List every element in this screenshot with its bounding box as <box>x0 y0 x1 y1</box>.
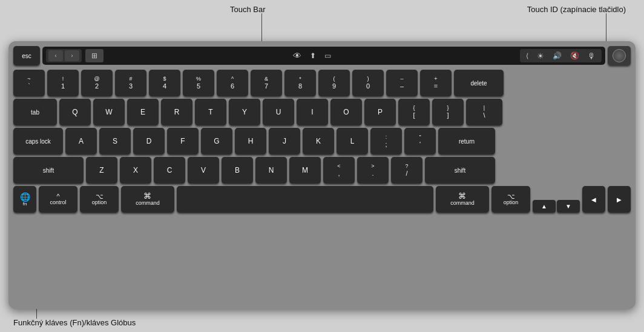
esc-key[interactable]: esc <box>13 46 40 65</box>
b-key[interactable]: B <box>222 157 253 184</box>
9-key[interactable]: (9 <box>318 70 350 96</box>
command-right-key[interactable]: ⌘command <box>436 186 489 213</box>
equals-key[interactable]: += <box>420 70 452 96</box>
return-key[interactable]: return <box>438 128 495 154</box>
fn-key[interactable]: 🌐 fn <box>13 186 36 213</box>
touchbar-row: esc ‹ › ⊞ 👁 ⬆ ▭ ⟨ ☀ 🔊 🔇 🎙 <box>13 45 631 67</box>
tb-share-icon[interactable]: ⬆ <box>307 51 318 60</box>
k-key[interactable]: K <box>303 128 334 154</box>
o-key[interactable]: O <box>330 99 362 125</box>
command-left-key[interactable]: ⌘command <box>121 186 174 213</box>
tb-grid-btn[interactable]: ⊞ <box>85 49 104 62</box>
period-key[interactable]: >. <box>357 157 389 184</box>
j-key[interactable]: J <box>269 128 300 154</box>
capslock-key[interactable]: caps lock <box>13 128 63 154</box>
z-row: shift Z X C V B N M <, >. ?/ shift <box>13 157 631 184</box>
e-key[interactable]: E <box>127 99 159 125</box>
touchid-label: Touch ID (zapínacie tlačidlo) <box>527 5 626 14</box>
t-key[interactable]: T <box>195 99 226 125</box>
bracket-close-key[interactable]: }] <box>432 99 464 125</box>
z-key[interactable]: Z <box>86 157 117 184</box>
h-key[interactable]: H <box>235 128 266 154</box>
y-key[interactable]: Y <box>229 99 260 125</box>
backtick-key[interactable]: ~` <box>13 70 45 96</box>
arrow-right-key[interactable]: ▶ <box>608 186 631 213</box>
6-key[interactable]: ^6 <box>217 70 248 96</box>
q-row: tab Q W E R T Y U I O P {[ }] |\ <box>13 99 631 125</box>
shift-left-key[interactable]: shift <box>13 157 84 184</box>
arrow-top-row: ▲ ▼ <box>533 200 580 213</box>
arrow-down-key[interactable]: ▼ <box>557 200 580 213</box>
tb-nav-group: ‹ › <box>46 49 82 62</box>
p-key[interactable]: P <box>364 99 396 125</box>
slash-key[interactable]: ?/ <box>391 157 422 184</box>
touchbar-label: Touch Bar <box>230 5 266 14</box>
bracket-open-key[interactable]: {[ <box>398 99 430 125</box>
4-key[interactable]: $4 <box>149 70 180 96</box>
0-key[interactable]: )0 <box>352 70 384 96</box>
number-row: ~` !1 @2 #3 $4 %5 ^6 &7 <box>13 70 631 96</box>
m-key[interactable]: M <box>289 157 321 184</box>
arrow-up-key[interactable]: ▲ <box>533 200 556 213</box>
option-left-key[interactable]: ⌥option <box>80 186 119 213</box>
2-key[interactable]: @2 <box>81 70 113 96</box>
tb-paren-icon[interactable]: ⟨ <box>524 52 531 60</box>
annotation-area: Touch Bar Touch ID (zapínacie tlačidlo) … <box>0 0 644 332</box>
x-key[interactable]: X <box>120 157 151 184</box>
8-key[interactable]: *8 <box>284 70 316 96</box>
fn-label: Funkčný kláves (Fn)/kláves Glóbus <box>13 318 136 327</box>
c-key[interactable]: C <box>154 157 185 184</box>
tb-minus-icon[interactable]: ▭ <box>322 51 334 60</box>
u-key[interactable]: U <box>263 99 294 125</box>
n-key[interactable]: N <box>255 157 287 184</box>
7-key[interactable]: &7 <box>251 70 282 96</box>
comma-key[interactable]: <, <box>323 157 355 184</box>
g-key[interactable]: G <box>201 128 232 154</box>
tb-forward-btn[interactable]: › <box>65 50 79 61</box>
keyboard: esc ‹ › ⊞ 👁 ⬆ ▭ ⟨ ☀ 🔊 🔇 🎙 <box>8 41 636 309</box>
q-key[interactable]: Q <box>59 99 91 125</box>
tb-brightness-icon[interactable]: ☀ <box>534 51 547 61</box>
l-key[interactable]: L <box>337 128 368 154</box>
space-key[interactable] <box>177 186 433 213</box>
touchid-key[interactable] <box>608 46 631 65</box>
touchid-circle <box>613 49 626 62</box>
backslash-key[interactable]: |\ <box>466 99 502 125</box>
quote-key[interactable]: "' <box>404 128 436 154</box>
arrow-left-key[interactable]: ◀ <box>582 186 605 213</box>
r-key[interactable]: R <box>161 99 192 125</box>
tb-volume-icon[interactable]: 🔊 <box>550 51 564 60</box>
bottom-row: 🌐 fn ^control ⌥option ⌘command ⌘command … <box>13 186 631 213</box>
option-right-key[interactable]: ⌥option <box>491 186 530 213</box>
semicolon-key[interactable]: :; <box>370 128 402 154</box>
i-key[interactable]: I <box>297 99 328 125</box>
5-key[interactable]: %5 <box>183 70 214 96</box>
tb-right-group: ⟨ ☀ 🔊 🔇 🎙 <box>520 49 602 62</box>
v-key[interactable]: V <box>188 157 219 184</box>
1-key[interactable]: !1 <box>47 70 79 96</box>
a-key[interactable]: A <box>65 128 97 154</box>
a-row: caps lock A S D F G H J K L :; "' return <box>13 128 631 154</box>
control-key[interactable]: ^control <box>39 186 77 213</box>
w-key[interactable]: W <box>93 99 125 125</box>
tb-mute-icon[interactable]: 🔇 <box>568 51 582 60</box>
s-key[interactable]: S <box>99 128 131 154</box>
tab-key[interactable]: tab <box>13 99 57 125</box>
delete-key[interactable]: delete <box>454 70 504 96</box>
f-key[interactable]: F <box>167 128 199 154</box>
tb-siri-icon[interactable]: 🎙 <box>585 51 598 61</box>
d-key[interactable]: D <box>133 128 165 154</box>
touchbar-strip: ‹ › ⊞ 👁 ⬆ ▭ ⟨ ☀ 🔊 🔇 🎙 <box>42 47 605 65</box>
shift-right-key[interactable]: shift <box>425 157 495 184</box>
tb-eye-icon[interactable]: 👁 <box>291 51 304 61</box>
3-key[interactable]: #3 <box>115 70 146 96</box>
arrow-cluster: ▲ ▼ <box>533 200 580 213</box>
minus-key[interactable]: –– <box>386 70 418 96</box>
tb-back-btn[interactable]: ‹ <box>48 50 63 61</box>
